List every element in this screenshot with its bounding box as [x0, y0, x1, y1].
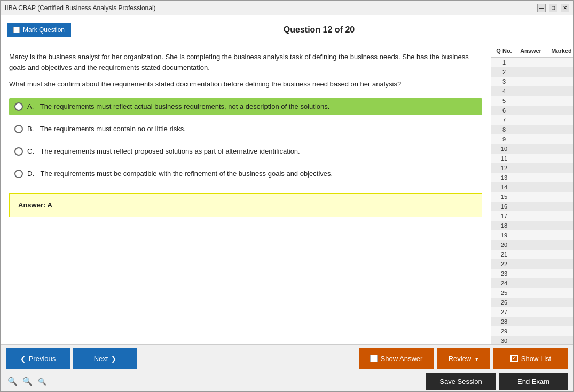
- list-item[interactable]: 29: [491, 326, 573, 336]
- answer-box: Answer: A: [9, 193, 482, 217]
- options-list: A. The requirements must reflect actual …: [9, 98, 482, 182]
- window-controls: — □ ✕: [537, 4, 569, 12]
- list-item[interactable]: 20: [491, 240, 573, 250]
- option-b-full: The requirements must contain no or litt…: [38, 125, 186, 133]
- close-button[interactable]: ✕: [561, 4, 569, 12]
- zoom-controls: 🔍 🔍 🔍: [6, 375, 49, 388]
- list-item[interactable]: 4: [491, 86, 573, 96]
- right-panel: Q No. Answer Marked 12345678910111213141…: [491, 44, 573, 344]
- show-answer-label: Show Answer: [381, 355, 423, 363]
- list-item[interactable]: 18: [491, 221, 573, 230]
- list-item[interactable]: 23: [491, 269, 573, 278]
- col-marked: Marked: [547, 47, 573, 54]
- right-panel-header: Q No. Answer Marked: [491, 44, 573, 58]
- show-list-button[interactable]: Show List: [493, 348, 568, 369]
- title-bar: IIBA CBAP (Certified Business Analysis P…: [1, 1, 573, 15]
- option-d-full: The requirements must be compatible with…: [38, 170, 333, 178]
- question-area: Marcy is the business analyst for her or…: [1, 44, 491, 344]
- list-item[interactable]: 9: [491, 134, 573, 144]
- end-exam-button[interactable]: End Exam: [499, 373, 568, 390]
- chevron-left-icon: [20, 355, 26, 363]
- main-window: IIBA CBAP (Certified Business Analysis P…: [0, 0, 574, 392]
- list-item[interactable]: 2: [491, 67, 573, 77]
- show-list-checkbox-icon: [510, 355, 518, 362]
- list-item[interactable]: 8: [491, 125, 573, 134]
- list-item[interactable]: 15: [491, 192, 573, 202]
- previous-label: Previous: [29, 355, 56, 363]
- list-item[interactable]: 17: [491, 211, 573, 221]
- list-item[interactable]: 24: [491, 278, 573, 288]
- option-b-label: B.: [27, 125, 34, 133]
- zoom-reset-button[interactable]: 🔍: [21, 375, 34, 388]
- list-item[interactable]: 16: [491, 202, 573, 211]
- option-a[interactable]: A. The requirements must reflect actual …: [9, 98, 482, 115]
- footer-buttons: Previous Next Show Answer Review Show Li…: [1, 345, 573, 372]
- option-c-radio: [14, 147, 23, 156]
- previous-button[interactable]: Previous: [6, 348, 70, 369]
- next-button[interactable]: Next: [73, 348, 137, 369]
- option-c[interactable]: C. The requirements must reflect propose…: [9, 143, 482, 160]
- option-c-label: C.: [27, 147, 34, 155]
- show-answer-button[interactable]: Show Answer: [359, 348, 434, 369]
- option-c-full: The requirements must reflect proposed s…: [38, 147, 300, 155]
- option-a-full: The requirements must reflect actual bus…: [38, 102, 329, 110]
- list-item[interactable]: 1: [491, 58, 573, 67]
- zoom-out-button[interactable]: 🔍: [36, 375, 49, 388]
- list-item[interactable]: 22: [491, 259, 573, 269]
- option-d-label: D.: [27, 170, 34, 178]
- option-d[interactable]: D. The requirements must be compatible w…: [9, 165, 482, 182]
- chevron-right-icon: [111, 355, 116, 363]
- list-item[interactable]: 19: [491, 230, 573, 240]
- mark-question-button[interactable]: Mark Question: [7, 23, 71, 37]
- mark-question-label: Mark Question: [23, 26, 65, 34]
- question-text-part1: Marcy is the business analyst for her or…: [9, 52, 482, 73]
- list-item[interactable]: 14: [491, 182, 573, 192]
- show-answer-checkbox-icon: [370, 355, 378, 362]
- main-content: Marcy is the business analyst for her or…: [1, 44, 573, 344]
- list-item[interactable]: 26: [491, 298, 573, 307]
- review-label: Review: [449, 355, 471, 363]
- option-a-text: A.: [27, 102, 34, 110]
- next-label: Next: [94, 355, 108, 363]
- list-item[interactable]: 3: [491, 77, 573, 86]
- col-answer: Answer: [515, 47, 547, 54]
- maximize-button[interactable]: □: [549, 4, 557, 12]
- save-session-button[interactable]: Save Session: [426, 373, 496, 390]
- question-list: 1234567891011121314151617181920212223242…: [491, 58, 573, 344]
- list-item[interactable]: 10: [491, 144, 573, 154]
- mark-question-icon: [13, 27, 20, 33]
- list-item[interactable]: 13: [491, 173, 573, 182]
- option-a-radio: [14, 102, 23, 111]
- footer-bottom: 🔍 🔍 🔍 Save Session End Exam: [1, 372, 573, 391]
- list-item[interactable]: 6: [491, 106, 573, 115]
- minimize-button[interactable]: —: [537, 4, 546, 12]
- answer-text: Answer: A: [18, 201, 52, 209]
- list-item[interactable]: 11: [491, 154, 573, 163]
- option-b-radio: [14, 125, 23, 133]
- list-item[interactable]: 25: [491, 288, 573, 298]
- footer: Previous Next Show Answer Review Show Li…: [1, 344, 573, 391]
- question-text-part2: What must she confirm about the requirem…: [9, 79, 482, 90]
- review-dropdown-icon: [473, 355, 478, 363]
- option-d-radio: [14, 170, 23, 178]
- col-q-no: Q No.: [493, 47, 515, 54]
- list-item[interactable]: 21: [491, 250, 573, 259]
- header: Mark Question Question 12 of 20: [1, 15, 573, 44]
- list-item[interactable]: 28: [491, 317, 573, 326]
- window-title: IIBA CBAP (Certified Business Analysis P…: [5, 4, 156, 12]
- list-item[interactable]: 12: [491, 163, 573, 173]
- review-button[interactable]: Review: [437, 348, 490, 369]
- list-item[interactable]: 5: [491, 96, 573, 106]
- zoom-in-button[interactable]: 🔍: [6, 375, 19, 388]
- option-b[interactable]: B. The requirements must contain no or l…: [9, 121, 482, 138]
- list-item[interactable]: 7: [491, 115, 573, 125]
- question-title: Question 12 of 20: [71, 25, 567, 35]
- show-list-label: Show List: [521, 355, 551, 363]
- footer-right-buttons: Save Session End Exam: [426, 373, 568, 390]
- list-item[interactable]: 30: [491, 336, 573, 344]
- list-item[interactable]: 27: [491, 307, 573, 317]
